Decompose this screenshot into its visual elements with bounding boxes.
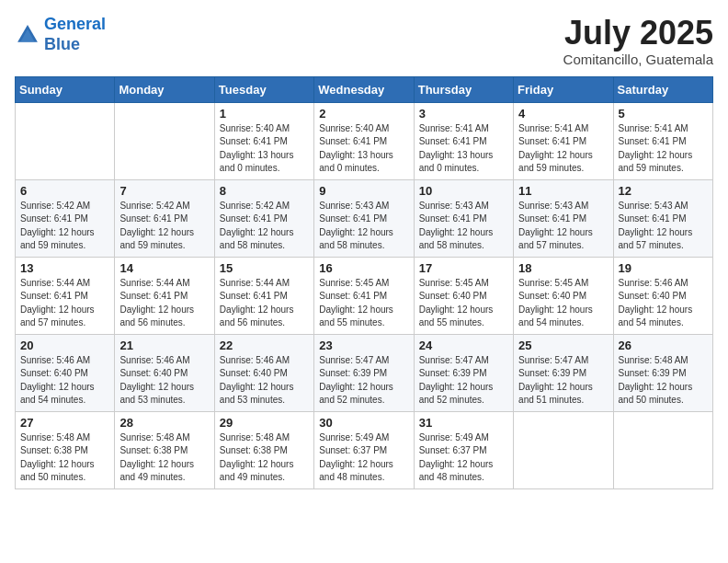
calendar-cell: 12Sunrise: 5:43 AMSunset: 6:41 PMDayligh… — [613, 179, 712, 257]
day-info: Sunrise: 5:48 AMSunset: 6:38 PMDaylight:… — [220, 431, 309, 485]
title-area: July 2025 Comitancillo, Guatemala — [563, 15, 713, 67]
day-number: 5 — [619, 107, 708, 121]
calendar-cell: 19Sunrise: 5:46 AMSunset: 6:40 PMDayligh… — [613, 257, 712, 334]
day-number: 10 — [419, 184, 508, 198]
day-info: Sunrise: 5:47 AMSunset: 6:39 PMDaylight:… — [319, 354, 408, 408]
calendar-cell — [115, 102, 214, 179]
day-number: 15 — [220, 261, 309, 275]
day-number: 14 — [119, 261, 209, 275]
day-number: 3 — [419, 107, 508, 121]
logo-blue: Blue — [44, 35, 80, 53]
calendar-cell: 25Sunrise: 5:47 AMSunset: 6:39 PMDayligh… — [514, 334, 613, 411]
calendar-week-row: 1Sunrise: 5:40 AMSunset: 6:41 PMDaylight… — [16, 102, 713, 179]
day-number: 31 — [419, 416, 508, 430]
day-info: Sunrise: 5:42 AMSunset: 6:41 PMDaylight:… — [20, 200, 109, 253]
day-number: 23 — [319, 339, 408, 352]
calendar-cell: 16Sunrise: 5:45 AMSunset: 6:41 PMDayligh… — [314, 257, 414, 334]
logo-text: General Blue — [44, 15, 106, 54]
day-info: Sunrise: 5:48 AMSunset: 6:38 PMDaylight:… — [119, 431, 209, 485]
day-number: 19 — [619, 261, 708, 275]
day-info: Sunrise: 5:47 AMSunset: 6:39 PMDaylight:… — [419, 354, 508, 408]
calendar-cell: 22Sunrise: 5:46 AMSunset: 6:40 PMDayligh… — [214, 334, 313, 411]
day-number: 27 — [20, 416, 109, 430]
weekday-header-monday: Monday — [115, 76, 214, 102]
day-number: 20 — [20, 339, 109, 352]
day-info: Sunrise: 5:42 AMSunset: 6:41 PMDaylight:… — [119, 200, 209, 253]
day-number: 26 — [619, 339, 708, 352]
day-info: Sunrise: 5:48 AMSunset: 6:39 PMDaylight:… — [619, 354, 708, 408]
calendar-cell: 6Sunrise: 5:42 AMSunset: 6:41 PMDaylight… — [16, 179, 115, 257]
day-info: Sunrise: 5:43 AMSunset: 6:41 PMDaylight:… — [518, 200, 608, 253]
weekday-header-saturday: Saturday — [613, 76, 712, 102]
calendar-cell: 24Sunrise: 5:47 AMSunset: 6:39 PMDayligh… — [414, 334, 513, 411]
day-info: Sunrise: 5:46 AMSunset: 6:40 PMDaylight:… — [619, 277, 708, 330]
day-info: Sunrise: 5:46 AMSunset: 6:40 PMDaylight:… — [20, 354, 109, 408]
day-info: Sunrise: 5:49 AMSunset: 6:37 PMDaylight:… — [319, 431, 408, 485]
day-number: 6 — [20, 184, 109, 198]
day-info: Sunrise: 5:44 AMSunset: 6:41 PMDaylight:… — [20, 277, 109, 330]
calendar-cell: 28Sunrise: 5:48 AMSunset: 6:38 PMDayligh… — [115, 411, 214, 488]
day-number: 12 — [619, 184, 708, 198]
calendar-week-row: 13Sunrise: 5:44 AMSunset: 6:41 PMDayligh… — [16, 257, 713, 334]
calendar-cell: 23Sunrise: 5:47 AMSunset: 6:39 PMDayligh… — [314, 334, 414, 411]
day-info: Sunrise: 5:42 AMSunset: 6:41 PMDaylight:… — [220, 200, 309, 253]
day-info: Sunrise: 5:46 AMSunset: 6:40 PMDaylight:… — [220, 354, 309, 408]
weekday-header-wednesday: Wednesday — [314, 76, 414, 102]
logo-icon — [15, 22, 40, 48]
calendar-cell: 1Sunrise: 5:40 AMSunset: 6:41 PMDaylight… — [214, 102, 313, 179]
weekday-header-row: SundayMondayTuesdayWednesdayThursdayFrid… — [16, 76, 713, 102]
calendar-week-row: 20Sunrise: 5:46 AMSunset: 6:40 PMDayligh… — [16, 334, 713, 411]
day-info: Sunrise: 5:43 AMSunset: 6:41 PMDaylight:… — [619, 200, 708, 253]
page-header: General Blue July 2025 Comitancillo, Gua… — [15, 15, 713, 67]
day-info: Sunrise: 5:49 AMSunset: 6:37 PMDaylight:… — [419, 431, 508, 485]
calendar-cell — [613, 411, 712, 488]
calendar-cell: 18Sunrise: 5:45 AMSunset: 6:40 PMDayligh… — [514, 257, 613, 334]
calendar-cell: 7Sunrise: 5:42 AMSunset: 6:41 PMDaylight… — [115, 179, 214, 257]
weekday-header-friday: Friday — [514, 76, 613, 102]
day-info: Sunrise: 5:40 AMSunset: 6:41 PMDaylight:… — [220, 122, 309, 176]
calendar-cell: 21Sunrise: 5:46 AMSunset: 6:40 PMDayligh… — [115, 334, 214, 411]
calendar-cell — [514, 411, 613, 488]
day-info: Sunrise: 5:40 AMSunset: 6:41 PMDaylight:… — [319, 122, 408, 176]
day-info: Sunrise: 5:46 AMSunset: 6:40 PMDaylight:… — [119, 354, 209, 408]
day-number: 22 — [220, 339, 309, 352]
day-info: Sunrise: 5:45 AMSunset: 6:41 PMDaylight:… — [319, 277, 408, 330]
day-info: Sunrise: 5:45 AMSunset: 6:40 PMDaylight:… — [419, 277, 508, 330]
day-number: 18 — [518, 261, 608, 275]
calendar-cell: 9Sunrise: 5:43 AMSunset: 6:41 PMDaylight… — [314, 179, 414, 257]
day-number: 13 — [20, 261, 109, 275]
calendar-cell: 30Sunrise: 5:49 AMSunset: 6:37 PMDayligh… — [314, 411, 414, 488]
day-number: 8 — [220, 184, 309, 198]
location-subtitle: Comitancillo, Guatemala — [563, 52, 713, 67]
day-number: 21 — [119, 339, 209, 352]
logo: General Blue — [15, 15, 106, 54]
day-number: 4 — [518, 107, 608, 121]
day-info: Sunrise: 5:43 AMSunset: 6:41 PMDaylight:… — [319, 200, 408, 253]
calendar-cell: 10Sunrise: 5:43 AMSunset: 6:41 PMDayligh… — [414, 179, 513, 257]
day-number: 28 — [119, 416, 209, 430]
day-number: 29 — [220, 416, 309, 430]
day-number: 30 — [319, 416, 408, 430]
day-info: Sunrise: 5:41 AMSunset: 6:41 PMDaylight:… — [518, 122, 608, 176]
calendar-cell: 8Sunrise: 5:42 AMSunset: 6:41 PMDaylight… — [214, 179, 313, 257]
calendar-cell: 15Sunrise: 5:44 AMSunset: 6:41 PMDayligh… — [214, 257, 313, 334]
day-number: 2 — [319, 107, 408, 121]
calendar-cell: 4Sunrise: 5:41 AMSunset: 6:41 PMDaylight… — [514, 102, 613, 179]
calendar-cell: 20Sunrise: 5:46 AMSunset: 6:40 PMDayligh… — [16, 334, 115, 411]
calendar-week-row: 27Sunrise: 5:48 AMSunset: 6:38 PMDayligh… — [16, 411, 713, 488]
calendar-cell: 13Sunrise: 5:44 AMSunset: 6:41 PMDayligh… — [16, 257, 115, 334]
day-info: Sunrise: 5:44 AMSunset: 6:41 PMDaylight:… — [220, 277, 309, 330]
day-info: Sunrise: 5:47 AMSunset: 6:39 PMDaylight:… — [518, 354, 608, 408]
day-number: 1 — [220, 107, 309, 121]
calendar-cell: 11Sunrise: 5:43 AMSunset: 6:41 PMDayligh… — [514, 179, 613, 257]
calendar-table: SundayMondayTuesdayWednesdayThursdayFrid… — [15, 76, 713, 489]
weekday-header-tuesday: Tuesday — [214, 76, 313, 102]
calendar-cell: 3Sunrise: 5:41 AMSunset: 6:41 PMDaylight… — [414, 102, 513, 179]
day-info: Sunrise: 5:44 AMSunset: 6:41 PMDaylight:… — [119, 277, 209, 330]
weekday-header-thursday: Thursday — [414, 76, 513, 102]
calendar-cell: 2Sunrise: 5:40 AMSunset: 6:41 PMDaylight… — [314, 102, 414, 179]
day-number: 24 — [419, 339, 508, 352]
calendar-cell: 29Sunrise: 5:48 AMSunset: 6:38 PMDayligh… — [214, 411, 313, 488]
day-info: Sunrise: 5:41 AMSunset: 6:41 PMDaylight:… — [619, 122, 708, 176]
calendar-cell: 26Sunrise: 5:48 AMSunset: 6:39 PMDayligh… — [613, 334, 712, 411]
